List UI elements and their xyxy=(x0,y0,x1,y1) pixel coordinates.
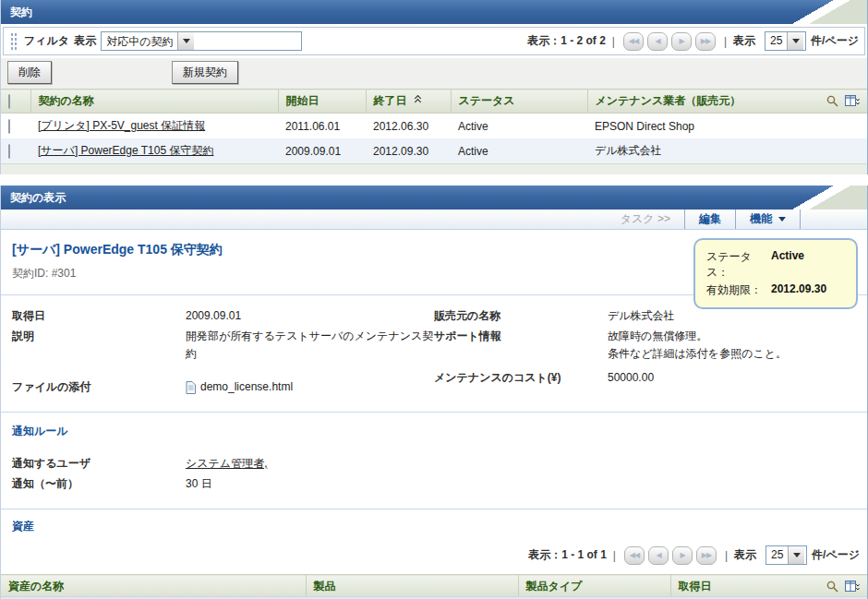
chevron-down-icon xyxy=(778,217,786,222)
filter-select[interactable]: 対応中の契約 xyxy=(101,31,302,51)
page-size-label: 表示 xyxy=(733,33,755,49)
assets-pager: 表示：1 - 1 of 1 | ◀◀ ◀ ▶ ▶▶ | 表示 25 件/ページ xyxy=(528,545,860,565)
vendor-name-value: デル株式会社 xyxy=(608,307,675,325)
contract-details: 取得日 2009.09.01 説明 開発部が所有するテストサーバのメンテナンス契… xyxy=(1,295,867,412)
row-checkbox[interactable] xyxy=(8,144,10,159)
attachment-label: ファイルの添付 xyxy=(12,378,186,396)
pager-separator: | xyxy=(725,549,728,562)
search-icon[interactable] xyxy=(826,95,838,107)
notification-rules-section: 通知ルール 通知するユーザ システム管理者, 通知（〜前） 30 日 xyxy=(1,413,867,509)
maintenance-cost-value: 50000.00 xyxy=(608,369,654,387)
cell-vendor: EPSON Direct Shop xyxy=(587,114,867,139)
cell-start-date: 2011.06.01 xyxy=(278,114,366,139)
column-header-end-date[interactable]: 終了日 xyxy=(366,90,451,114)
pager-last-button[interactable]: ▶▶ xyxy=(695,32,716,51)
notify-user-link[interactable]: システム管理者, xyxy=(186,455,267,473)
pager-previous-button[interactable]: ◀ xyxy=(648,546,669,565)
row-checkbox[interactable] xyxy=(8,119,10,134)
description-label: 説明 xyxy=(12,328,186,363)
table-header-icons xyxy=(826,95,860,107)
filter-view-label: 表示 xyxy=(74,33,96,49)
contract-detail-panel: 契約の表示 タスク >> 編集 機能 [サーバ] PowerEdge T105 … xyxy=(0,186,868,599)
delete-button[interactable]: 削除 xyxy=(7,61,52,84)
pager-first-button[interactable]: ◀◀ xyxy=(623,32,644,51)
notify-before-label: 通知（〜前） xyxy=(12,475,186,493)
support-info-label: サポート情報 xyxy=(434,328,608,363)
list-actions-bar: 削除 新規契約 xyxy=(1,58,867,89)
tasks-menu[interactable]: タスク >> xyxy=(607,210,684,229)
contract-title-block: [サーバ] PowerEdge T105 保守契約 契約ID: #301 ステー… xyxy=(1,230,867,294)
attachment-link[interactable]: demo_license.html xyxy=(200,378,293,396)
drag-handle-icon[interactable] xyxy=(10,32,18,50)
filter-select-value: 対応中の契約 xyxy=(102,32,177,50)
chevron-down-icon xyxy=(793,553,801,557)
support-info-line1: 故障時の無償修理。 xyxy=(608,328,787,345)
cell-start-date: 2009.09.01 xyxy=(278,138,366,163)
page-size-select[interactable]: 25 xyxy=(766,545,807,565)
expiry-value: 2012.09.30 xyxy=(771,282,826,298)
pager-separator: | xyxy=(613,549,616,562)
pager-next-button[interactable]: ▶ xyxy=(672,546,693,565)
new-contract-button[interactable]: 新規契約 xyxy=(172,61,238,84)
toolbar-trailing-space xyxy=(801,210,867,229)
column-chooser-icon[interactable] xyxy=(845,95,860,107)
search-icon[interactable] xyxy=(826,581,838,593)
column-header-start-date[interactable]: 開始日 xyxy=(278,90,366,114)
pager-first-button[interactable]: ◀◀ xyxy=(624,546,645,565)
column-header-contract-name[interactable]: 契約の名称 xyxy=(30,90,278,114)
column-header-product[interactable]: 製品 xyxy=(306,575,518,599)
cell-end-date: 2012.06.30 xyxy=(366,114,451,139)
column-header-vendor[interactable]: メンテナンス業者（販売元） xyxy=(587,90,867,114)
contracts-table: 契約の名称 開始日 終了日 ステータス メンテナンス業者（販売元） [プリンタ]… xyxy=(1,89,867,163)
list-panel-footer xyxy=(1,163,867,174)
page-size-dropdown-button[interactable] xyxy=(787,32,803,50)
contract-row: [プリンタ] PX-5V_guest 保証情報 2011.06.01 2012.… xyxy=(1,114,867,139)
acquired-date-value: 2009.09.01 xyxy=(186,307,241,325)
per-page-label: 件/ページ xyxy=(812,547,860,563)
filter-select-dropdown-button[interactable] xyxy=(177,32,194,50)
vendor-name-label: 販売元の名称 xyxy=(434,307,608,325)
column-chooser-icon[interactable] xyxy=(845,581,860,593)
column-header-acquired-date[interactable]: 取得日 xyxy=(670,575,867,599)
pager-separator: | xyxy=(724,35,727,48)
page-size-value: 25 xyxy=(766,546,788,564)
per-page-label: 件/ページ xyxy=(811,33,859,49)
assets-table: 資産の名称 製品 製品タイプ 取得日 poweredget105.adventn… xyxy=(1,574,867,599)
details-left-column: 取得日 2009.09.01 説明 開発部が所有するテストサーバのメンテナンス契… xyxy=(12,305,434,399)
panel-gap xyxy=(0,174,868,186)
pager-next-button[interactable]: ▶ xyxy=(671,32,692,51)
pager-range-text: 表示：1 - 1 of 1 xyxy=(528,547,607,563)
page-size-dropdown-button[interactable] xyxy=(788,546,804,564)
page-size-select[interactable]: 25 xyxy=(765,31,806,51)
contract-link[interactable]: [サーバ] PowerEdge T105 保守契約 xyxy=(38,144,213,157)
cell-end-date: 2012.09.30 xyxy=(366,138,451,163)
select-all-checkbox[interactable] xyxy=(8,94,10,109)
status-value: Active xyxy=(771,249,804,281)
contract-row: [サーバ] PowerEdge T105 保守契約 2009.09.01 201… xyxy=(1,138,867,163)
column-header-status[interactable]: ステータス xyxy=(451,90,587,114)
status-summary-box: ステータス： Active 有効期限： 2012.09.30 xyxy=(693,238,858,309)
detail-toolbar: タスク >> 編集 機能 xyxy=(1,210,867,230)
page-title: 契約 xyxy=(10,6,32,18)
cell-vendor: デル株式会社 xyxy=(587,138,867,163)
sort-ascending-icon xyxy=(416,98,420,105)
column-header-asset-name[interactable]: 資産の名称 xyxy=(1,575,306,599)
chevron-down-icon xyxy=(183,39,190,43)
actions-menu-button[interactable]: 機能 xyxy=(736,210,800,229)
cell-status: Active xyxy=(451,138,587,163)
document-icon xyxy=(186,381,196,394)
header-corner-decoration xyxy=(788,186,867,210)
pager-last-button[interactable]: ▶▶ xyxy=(696,546,717,565)
page-size-value: 25 xyxy=(766,32,787,50)
contract-link[interactable]: [プリンタ] PX-5V_guest 保証情報 xyxy=(38,119,205,132)
header-corner-decoration xyxy=(788,0,867,24)
table-header-icons xyxy=(826,581,860,593)
notify-users-label: 通知するユーザ xyxy=(12,455,186,473)
cell-status: Active xyxy=(451,114,587,139)
status-label: ステータス： xyxy=(706,249,767,281)
assets-title: 資産 xyxy=(12,519,856,534)
column-header-product-type[interactable]: 製品タイプ xyxy=(518,575,670,599)
contracts-pager: 表示：1 - 2 of 2 | ◀◀ ◀ ▶ ▶▶ | 表示 25 件/ページ xyxy=(527,31,859,51)
pager-previous-button[interactable]: ◀ xyxy=(647,32,668,51)
edit-button[interactable]: 編集 xyxy=(685,210,735,229)
